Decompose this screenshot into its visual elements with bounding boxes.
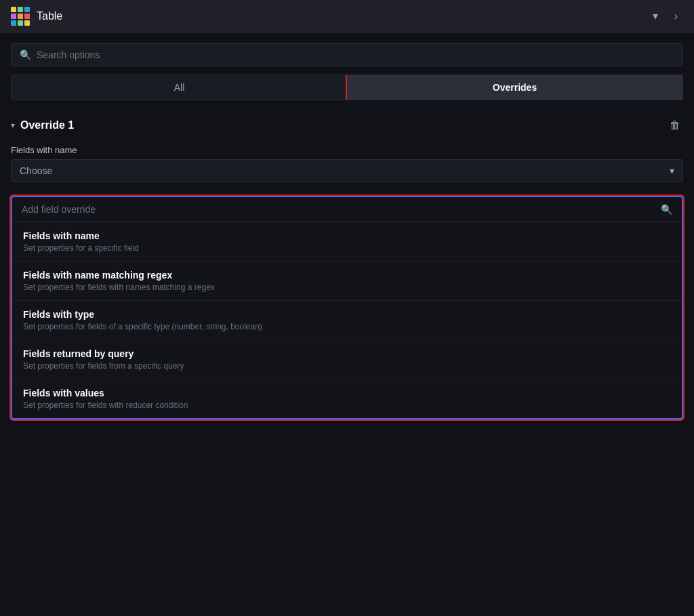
override-option-title-3: Fields with type bbox=[23, 309, 671, 320]
override-option-fields-with-name-regex[interactable]: Fields with name matching regex Set prop… bbox=[12, 262, 682, 301]
tabs-container: All Overrides bbox=[11, 75, 683, 100]
search-input[interactable] bbox=[37, 49, 674, 60]
override-option-desc-4: Set properties for fields from a specifi… bbox=[23, 361, 671, 371]
override-option-fields-with-name[interactable]: Fields with name Set properties for a sp… bbox=[12, 222, 682, 262]
add-field-search-icon: 🔍 bbox=[661, 204, 672, 215]
override-title: Override 1 bbox=[20, 119, 74, 131]
add-field-input-row: Add field override 🔍 bbox=[12, 197, 682, 222]
choose-placeholder: Choose bbox=[20, 165, 52, 176]
next-button[interactable]: › bbox=[669, 7, 683, 25]
search-icon: 🔍 bbox=[20, 49, 31, 60]
delete-override-button[interactable]: 🗑 bbox=[667, 117, 683, 134]
override-options-list: Fields with name Set properties for a sp… bbox=[12, 222, 682, 418]
override-option-desc-2: Set properties for fields with names mat… bbox=[23, 283, 671, 292]
header-left: Table bbox=[11, 7, 62, 26]
chevron-down-button[interactable]: ▾ bbox=[647, 7, 664, 25]
add-field-placeholder: Add field override bbox=[22, 204, 96, 215]
override-option-title-2: Fields with name matching regex bbox=[23, 270, 671, 281]
override-option-fields-with-values[interactable]: Fields with values Set properties for fi… bbox=[12, 379, 682, 418]
override-section: ▾ Override 1 🗑 Fields with name Choose ▾ bbox=[11, 111, 683, 182]
override-header-left: ▾ Override 1 bbox=[11, 119, 74, 131]
search-container: 🔍 bbox=[11, 43, 683, 66]
override-option-title-1: Fields with name bbox=[23, 230, 671, 241]
add-field-override-container: Add field override 🔍 Fields with name Se… bbox=[11, 196, 683, 419]
override-option-desc-5: Set properties for fields with reducer c… bbox=[23, 401, 671, 410]
header-actions: ▾ › bbox=[647, 7, 683, 25]
override-option-fields-with-type[interactable]: Fields with type Set properties for fiel… bbox=[12, 301, 682, 340]
override-option-desc-3: Set properties for fields of a specific … bbox=[23, 322, 671, 331]
tab-all[interactable]: All bbox=[12, 75, 347, 100]
override-option-title-4: Fields returned by query bbox=[23, 348, 671, 359]
header-title: Table bbox=[37, 10, 62, 22]
override-option-fields-returned-by-query[interactable]: Fields returned by query Set properties … bbox=[12, 340, 682, 379]
header-bar: Table ▾ › bbox=[0, 0, 694, 33]
dropdown-chevron-icon: ▾ bbox=[670, 165, 674, 176]
override-header: ▾ Override 1 🗑 bbox=[11, 111, 683, 140]
tab-overrides[interactable]: Overrides bbox=[347, 75, 682, 100]
main-content: 🔍 All Overrides ▾ Override 1 🗑 Fields wi… bbox=[0, 33, 694, 430]
override-option-desc-1: Set properties for a specific field bbox=[23, 243, 671, 253]
table-grid-icon bbox=[11, 7, 30, 26]
choose-dropdown[interactable]: Choose ▾ bbox=[11, 159, 683, 182]
fields-with-name-label: Fields with name bbox=[11, 140, 683, 159]
chevron-down-icon[interactable]: ▾ bbox=[11, 121, 15, 130]
override-option-title-5: Fields with values bbox=[23, 388, 671, 398]
